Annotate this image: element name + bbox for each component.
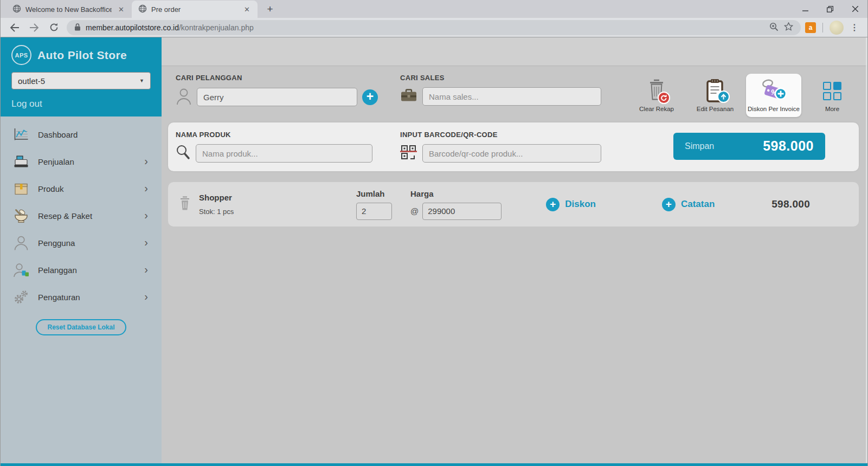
clear-rekap-button[interactable]: Clear Rekap [629,74,684,117]
chevron-right-icon: › [144,291,148,302]
sidebar-item-pelanggan[interactable]: Pelanggan › [1,256,162,283]
sidebar-item-resep-paket[interactable]: Resep & Paket › [1,202,162,229]
chevron-right-icon: › [144,156,148,166]
trash-icon[interactable] [179,196,191,213]
brand-title: Auto Pilot Store [37,49,127,62]
tab-pre-order[interactable]: Pre order ✕ [132,1,258,18]
scrollbar-track[interactable] [866,37,867,463]
extension-icon[interactable]: a [805,22,816,33]
tab-title: Welcome to New Backoffice [25,5,112,14]
discount-tag-plus-icon: % [758,78,789,104]
at-sign: @ [410,206,419,216]
item-subtotal: 598.000 [771,198,810,210]
qty-input[interactable] [356,203,392,220]
add-diskon-link[interactable]: Diskon [546,198,596,211]
nama-produk-input[interactable] [196,144,372,163]
chevron-down-icon: ▼ [139,78,144,83]
customer-icon [12,263,30,277]
chart-icon [12,128,30,141]
bottom-accent-bar [1,463,867,466]
product-stock: Stok: 1 pcs [199,208,328,216]
tab-welcome-backoffice[interactable]: Welcome to New Backoffice ✕ [6,1,132,18]
outlet-select-value: outlet-5 [18,76,45,86]
aps-logo: APS [11,45,31,65]
user-icon [12,235,30,250]
simpan-label: Simpan [685,141,714,151]
browser-titlebar: Welcome to New Backoffice ✕ Pre order ✕ … [1,0,867,18]
action-label: Edit Pesanan [697,106,734,112]
url-path: /kontrakpenjualan.php [179,23,254,32]
cart-item-row: Shopper Stok: 1 pcs Jumlah Harga @ Disko… [168,182,859,226]
globe-favicon-icon [12,4,21,15]
plus-icon [662,198,676,211]
close-tab-icon[interactable]: ✕ [242,5,252,14]
sidebar-item-label: Penjualan [38,157,136,166]
reset-database-button[interactable]: Reset Database Lokal [36,319,126,335]
cari-sales-input[interactable] [422,87,601,106]
catatan-label: Catatan [681,199,715,210]
add-catatan-link[interactable]: Catatan [662,198,715,211]
browser-menu-icon[interactable]: ⋮ [850,22,859,33]
sidebar-menu: Dashboard Penjualan › Produk › Resep & P… [1,116,162,310]
cari-sales-group: CARI SALES [400,74,625,106]
action-label: Clear Rekap [639,106,674,112]
main-area: CARI PELANGGAN CARI SALES [162,37,867,465]
mortar-icon [12,209,30,223]
url-text: member.autopilotstore.co.id/kontrakpenju… [86,23,254,32]
diskon-label: Diskon [565,199,596,210]
url-bar[interactable]: member.autopilotstore.co.id/kontrakpenju… [67,20,801,35]
add-customer-button[interactable] [362,89,378,105]
nama-produk-group: NAMA PRODUK [176,130,400,163]
search-icon [176,144,191,163]
edit-pesanan-button[interactable]: Edit Pesanan [687,74,743,117]
minimize-button[interactable] [793,0,818,18]
sidebar-item-label: Produk [38,184,136,193]
simpan-button[interactable]: Simpan 598.000 [673,133,825,160]
tab-strip: Welcome to New Backoffice ✕ Pre order ✕ … [1,0,278,18]
lock-icon [74,23,81,33]
new-tab-button[interactable]: + [262,2,278,17]
sidebar-item-pengguna[interactable]: Pengguna › [1,229,162,256]
price-input[interactable] [422,203,501,220]
sidebar-item-produk[interactable]: Produk › [1,175,162,202]
plus-icon [546,198,560,211]
logout-link[interactable]: Log out [11,99,42,109]
restore-button[interactable] [818,0,843,18]
gears-icon [12,290,30,305]
action-label: More [825,106,839,112]
customer-sales-row: CARI PELANGGAN CARI SALES [162,66,867,117]
sidebar-item-label: Dashboard [38,130,148,139]
cari-pelanggan-group: CARI PELANGGAN [176,74,400,107]
close-tab-icon[interactable]: ✕ [116,5,126,14]
chevron-right-icon: › [144,210,148,221]
cash-register-icon [12,156,30,168]
forward-icon[interactable] [26,20,42,36]
action-buttons: Clear Rekap Edit Pesanan % Diskon Per In… [629,74,860,117]
tab-title: Pre order [151,5,237,14]
chevron-right-icon: › [144,237,148,248]
profile-avatar[interactable] [830,21,844,35]
chevron-right-icon: › [144,264,148,275]
barcode-scan-icon [400,144,417,163]
briefcase-icon [400,89,417,105]
sidebar-item-label: Resep & Paket [38,211,136,221]
barcode-input[interactable] [422,144,601,163]
bookmark-star-icon[interactable] [784,22,793,33]
cari-pelanggan-input[interactable] [197,88,357,106]
zoom-icon[interactable] [769,22,779,33]
more-button[interactable]: More [805,74,860,117]
back-icon[interactable] [7,20,23,36]
diskon-per-invoice-button[interactable]: % Diskon Per Invoice [746,74,801,117]
clipboard-upload-icon [705,78,725,104]
sidebar-item-penjualan[interactable]: Penjualan › [1,148,162,175]
reload-icon[interactable] [46,20,62,36]
globe-favicon-icon [138,4,147,15]
sidebar-item-pengaturan[interactable]: Pengaturan › [1,283,162,310]
outlet-select[interactable]: outlet-5 ▼ [11,72,151,89]
trash-refresh-icon [646,78,667,104]
barcode-group: INPUT BARCODE/QR-CODE [400,130,625,163]
close-window-button[interactable] [843,0,867,18]
sidebar-item-dashboard[interactable]: Dashboard [1,121,162,148]
jumlah-label: Jumlah [356,189,392,198]
sidebar-item-label: Pelanggan [38,266,136,275]
